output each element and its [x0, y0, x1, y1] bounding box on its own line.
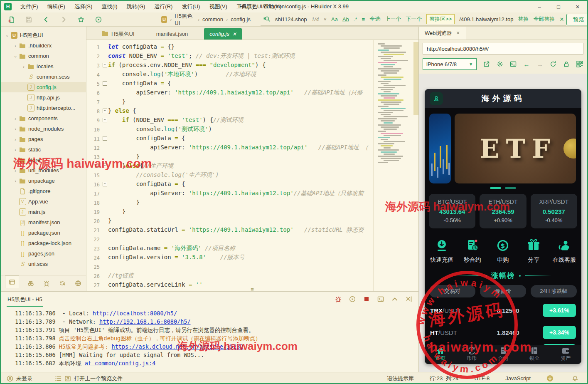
rank-row[interactable]: TRX/USDT 0.12560 +3.61%	[425, 299, 581, 321]
console-link[interactable]: https://ask.dcloud.net.cn/article/35232	[112, 343, 244, 350]
replace-button[interactable]: 替换	[518, 15, 529, 23]
terminal-icon[interactable]	[377, 295, 384, 303]
tree-item[interactable]: [ ] package-lock.json	[1, 238, 86, 248]
minimap[interactable]	[373, 40, 418, 291]
tree-item[interactable]: J config.js	[1, 82, 86, 92]
login-status[interactable]: 未登录	[16, 375, 32, 382]
breadcrumb[interactable]: U › H5黑色UI › common › config.js	[157, 11, 255, 28]
feature-2[interactable]: $ 申购	[488, 238, 519, 264]
rank-tab[interactable]: 交易对	[429, 285, 475, 297]
menu-item[interactable]: 选择(S)	[70, 1, 97, 12]
syntax-lib[interactable]: 语法提示库	[387, 375, 414, 382]
user-avatar-icon[interactable]	[430, 92, 443, 105]
tree-item[interactable]: ⌄ common	[1, 51, 86, 61]
browser-tab[interactable]: Web浏览器 ✕	[419, 27, 466, 40]
console-link[interactable]: http://192.168.1.6:8080/h5/	[99, 318, 190, 325]
feature-3[interactable]: 分享	[518, 238, 549, 264]
fold-marker-icon[interactable]: −	[102, 134, 108, 143]
language-mode[interactable]: JavaScript	[505, 375, 531, 382]
tree-item[interactable]: › store	[1, 155, 86, 165]
editor-tab[interactable]: H5黑色UI	[96, 28, 140, 40]
menu-item[interactable]: 文件(F)	[16, 1, 43, 12]
ticker-card[interactable]: XRP/USDT 0.50237 -0.40%	[531, 194, 577, 228]
preview-file-icon[interactable]	[64, 375, 71, 382]
console-tab[interactable]: H5黑色UI - H5	[7, 292, 43, 307]
update-download-icon[interactable]	[546, 375, 554, 382]
menu-item[interactable]: 跳转(G)	[122, 1, 150, 12]
whole-word-button[interactable]: Ab	[342, 16, 349, 22]
replace-all-button[interactable]: 全部替换	[533, 15, 555, 23]
console-link[interactable]: at common/config.js:4	[85, 360, 156, 367]
tree-item[interactable]: .gitignore	[1, 186, 86, 196]
forward-icon[interactable]	[60, 16, 67, 23]
banner-carousel[interactable]: ETF	[425, 114, 581, 183]
search-files-icon[interactable]	[27, 279, 35, 287]
feature-1[interactable]: 秒合约	[457, 238, 488, 264]
tree-item[interactable]: › uni_modules	[1, 165, 86, 176]
carousel-dot[interactable]	[490, 187, 501, 189]
splitter-grip[interactable]: ≡	[251, 286, 254, 292]
tree-item[interactable]: S uni.scss	[1, 259, 86, 269]
rank-row[interactable]: HT/USDT 1.82460 +3.34%	[425, 321, 581, 343]
stop-icon[interactable]	[363, 295, 370, 303]
list-icon[interactable]	[55, 375, 62, 382]
tree-item[interactable]: [ ] package.json	[1, 228, 86, 238]
tree-item[interactable]: S common.scss	[1, 72, 86, 82]
rank-tab[interactable]: 最新价	[480, 285, 526, 297]
refresh-icon[interactable]	[58, 279, 66, 287]
close-panel-icon[interactable]	[405, 295, 413, 303]
match-case-button[interactable]: Aa	[331, 16, 338, 22]
lock-icon[interactable]	[563, 60, 570, 68]
ticker-card[interactable]: BTC/USDT 43013.64 -0.56%	[429, 194, 475, 228]
notification-bell-icon[interactable]	[572, 375, 579, 382]
fold-marker-icon[interactable]: −	[102, 115, 108, 124]
nav-2[interactable]: 合约	[487, 345, 519, 364]
run-icon[interactable]	[95, 16, 102, 23]
select-all-button[interactable]: 全选	[369, 15, 380, 23]
tree-item[interactable]: › pages	[1, 134, 86, 144]
fold-marker-icon[interactable]: −	[102, 179, 108, 188]
feature-0[interactable]: 快速充值	[426, 238, 457, 264]
devtools-icon[interactable]	[509, 60, 517, 68]
carousel-dot[interactable]	[505, 187, 516, 189]
console-link[interactable]: http://localhost:8080/h5/	[93, 310, 177, 317]
in-selection-button[interactable]: ≡	[362, 16, 365, 22]
settings-gear-icon[interactable]	[496, 60, 503, 68]
tree-item[interactable]: J http.api.js	[1, 92, 86, 103]
nav-1[interactable]: 币币	[456, 345, 487, 364]
replace-input[interactable]: /409.1.haiwaiym12.top	[459, 16, 513, 22]
breadcrumb-project[interactable]: H5黑色UI	[175, 12, 194, 26]
find-next-button[interactable]: 下一个	[406, 15, 422, 23]
minimap-scrollbar[interactable]	[413, 42, 418, 115]
fold-marker-icon[interactable]: −	[102, 161, 108, 170]
nav-4[interactable]: 资产	[550, 345, 581, 364]
nav-back-icon[interactable]: ←	[523, 60, 530, 68]
menu-item[interactable]: 运行(R)	[150, 1, 177, 12]
tree-item[interactable]: › locales	[1, 61, 86, 72]
debug-view-icon[interactable]	[43, 279, 51, 287]
encoding[interactable]: UTF-8	[474, 375, 490, 382]
maximize-button[interactable]: □	[549, 1, 568, 12]
device-selector[interactable]: iPhone 6/7/8 ▼	[423, 58, 477, 70]
fold-marker-icon[interactable]: −	[102, 106, 108, 115]
restart-icon[interactable]	[349, 295, 356, 303]
breadcrumb-folder[interactable]: common	[202, 16, 223, 22]
nav-0[interactable]: 首页	[425, 345, 456, 364]
fold-marker-icon[interactable]: −	[102, 79, 108, 88]
replace-zone-toggle[interactable]: 替换区>>	[426, 14, 455, 24]
files-view-icon[interactable]	[5, 275, 19, 288]
account-icon[interactable]	[7, 375, 14, 382]
url-input[interactable]: http://localhost:8080/h5/#/	[423, 43, 583, 55]
banner-slide-etf[interactable]: ETF	[455, 114, 576, 183]
tree-item[interactable]: V App.vue	[1, 196, 86, 207]
nav-3[interactable]: 锁仓	[519, 345, 550, 364]
tree-item[interactable]: [#] manifest.json	[1, 217, 86, 228]
bookmark-star-icon[interactable]	[77, 16, 85, 23]
editor-tab[interactable]: config.js✕	[204, 28, 242, 40]
tree-item[interactable]: › components	[1, 113, 86, 124]
open-prev-preview[interactable]: 打开上一个预览文件	[74, 375, 123, 382]
banner-prev-slide[interactable]	[429, 114, 451, 183]
tree-item[interactable]: › unpackage	[1, 176, 86, 186]
code-area[interactable]: 1 let configData = {} 2 const NODE_ENV =…	[86, 40, 373, 291]
tree-item[interactable]: J http.intercepto...	[1, 103, 86, 113]
